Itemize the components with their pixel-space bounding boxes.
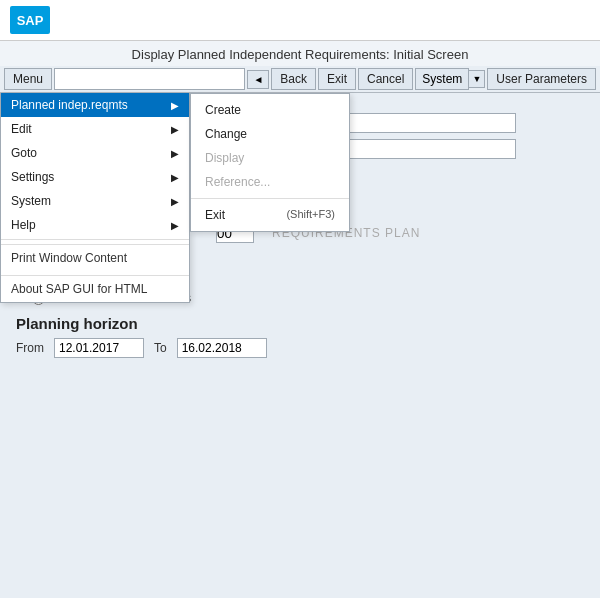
menu-item-goto-label: Goto [11,146,37,160]
system-arrow[interactable]: ▼ [469,70,485,88]
chevron-right-icon-system: ▶ [171,196,179,207]
chevron-right-icon-help: ▶ [171,220,179,231]
submenu-exit-label: Exit [205,208,225,222]
submenu: Create Change Display Reference... Exit … [190,93,350,232]
menu-item-print[interactable]: Print Window Content [1,244,189,271]
user-parameters-button[interactable]: User Parameters [487,68,596,90]
submenu-divider [191,198,349,199]
submenu-exit-shortcut: (Shift+F3) [286,208,335,220]
cancel-button[interactable]: Cancel [358,68,413,90]
menu-item-edit-label: Edit [11,122,32,136]
submenu-item-create[interactable]: Create [191,98,349,122]
to-date-input[interactable] [177,338,267,358]
menu-item-help[interactable]: Help ▶ [1,213,189,237]
submenu-item-change[interactable]: Change [191,122,349,146]
submenu-item-reference: Reference... [191,170,349,194]
menu-item-system[interactable]: System ▶ [1,189,189,213]
menu-item-planned-label: Planned indep.reqmts [11,98,128,112]
command-input[interactable] [54,68,245,90]
toolbar-arrow-button[interactable]: ◄ [247,70,269,89]
to-label: To [154,341,167,355]
page-title: Display Planned Independent Requirements… [0,41,600,66]
planning-horizon-title: Planning horizon [16,315,584,332]
left-menu: Planned indep.reqmts ▶ Edit ▶ Goto ▶ Set… [0,93,190,303]
horizon-row: From To [16,338,584,358]
sap-logo: SAP [10,6,50,34]
system-button[interactable]: System [415,68,469,90]
from-label: From [16,341,44,355]
menu-item-settings[interactable]: Settings ▶ [1,165,189,189]
menu-item-help-label: Help [11,218,36,232]
menu-item-edit[interactable]: Edit ▶ [1,117,189,141]
menu-divider [1,239,189,240]
menu-item-about[interactable]: About SAP GUI for HTML [1,275,189,302]
menu-button[interactable]: Menu [4,68,52,90]
chevron-right-icon: ▶ [171,100,179,111]
header: SAP [0,0,600,41]
menu-item-system-label: System [11,194,51,208]
menu-item-goto[interactable]: Goto ▶ [1,141,189,165]
from-date-input[interactable] [54,338,144,358]
chevron-right-icon-edit: ▶ [171,124,179,135]
menu-item-settings-label: Settings [11,170,54,184]
exit-button[interactable]: Exit [318,68,356,90]
submenu-item-exit[interactable]: Exit (Shift+F3) [191,203,349,227]
submenu-item-display: Display [191,146,349,170]
main-area: 1000 00 REQUIREMENTS PLAN Selected versi… [0,93,600,598]
back-button[interactable]: Back [271,68,316,90]
chevron-right-icon-settings: ▶ [171,172,179,183]
menu-item-planned-indep-reqmts[interactable]: Planned indep.reqmts ▶ [1,93,189,117]
system-button-group: System ▼ [415,68,485,90]
toolbar: Menu ◄ Back Exit Cancel System ▼ User Pa… [0,66,600,93]
chevron-right-icon-goto: ▶ [171,148,179,159]
